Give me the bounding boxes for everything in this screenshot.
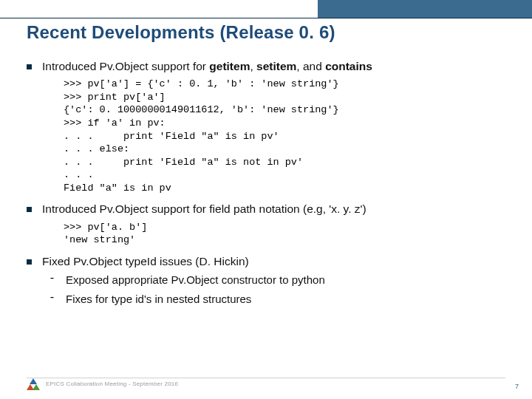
slide-title: Recent Developments (Release 0. 6) xyxy=(27,22,335,43)
square-bullet-icon xyxy=(27,64,32,69)
footer-rule xyxy=(27,378,505,378)
footer-text: EPICS Collaboration Meeting - September … xyxy=(46,381,178,387)
code-block-1: >>> pv['a'] = {'c' : 0. 1, 'b' : 'new st… xyxy=(64,78,505,194)
bullet-1: Introduced Pv.Object support for getitem… xyxy=(27,59,505,73)
dash-bullet-icon: - xyxy=(49,292,55,305)
square-bullet-icon xyxy=(27,207,32,212)
bullet-2-text: Introduced Pv.Object support for field p… xyxy=(42,202,366,216)
page-number: 7 xyxy=(515,383,519,390)
bullet-3-text: Fixed Pv.Object typeId issues (D. Hickin… xyxy=(42,254,249,268)
bullet-2: Introduced Pv.Object support for field p… xyxy=(27,202,505,216)
header-accent-bar xyxy=(318,0,532,18)
content-area: Introduced Pv.Object support for getitem… xyxy=(27,59,505,307)
sub-bullet-2: - Fixes for type id's in nested structur… xyxy=(49,292,505,307)
dash-bullet-icon: - xyxy=(49,273,55,286)
bullet-1-text: Introduced Pv.Object support for getitem… xyxy=(42,59,372,73)
sub-bullet-1: - Exposed appropriate Pv.Object construc… xyxy=(49,273,505,287)
header-rule xyxy=(0,18,532,18)
sub-bullet-2-text: Fixes for type id's in nested structures xyxy=(66,292,251,307)
code-block-2: >>> pv['a. b'] 'new string' xyxy=(64,221,505,247)
square-bullet-icon xyxy=(27,259,32,265)
logo-icon xyxy=(27,378,40,392)
sub-bullet-1-text: Exposed appropriate Pv.Object constructo… xyxy=(66,273,325,287)
bullet-3: Fixed Pv.Object typeId issues (D. Hickin… xyxy=(27,254,505,268)
